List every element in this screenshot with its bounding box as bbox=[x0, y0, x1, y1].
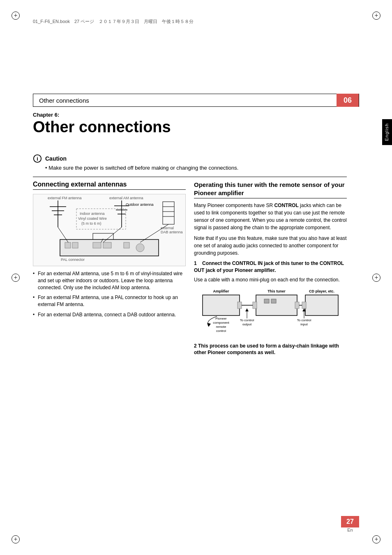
caution-header: i Caution bbox=[33, 154, 347, 163]
control-diagram: Amplifier This tuner CD player, etc. bbox=[194, 288, 347, 339]
svg-text:external AM antenna: external AM antenna bbox=[109, 196, 143, 200]
chapter-main-title: Other connections bbox=[33, 119, 347, 136]
svg-text:Pioneer: Pioneer bbox=[215, 317, 227, 320]
svg-text:This tuner: This tuner bbox=[267, 289, 286, 293]
two-column-layout: Connecting external antennas external FM… bbox=[33, 181, 347, 356]
svg-rect-26 bbox=[65, 242, 71, 248]
right-body-2: Note that if you use this feature, make … bbox=[194, 235, 347, 257]
caution-icon: i bbox=[33, 154, 42, 163]
divider-line bbox=[33, 177, 347, 177]
svg-text:output: output bbox=[242, 322, 252, 326]
antenna-diagram: external FM antenna external AM antenna … bbox=[33, 194, 186, 266]
page-number-box: 27 bbox=[341, 516, 359, 527]
svg-rect-28 bbox=[93, 242, 101, 248]
svg-text:Amplifier: Amplifier bbox=[213, 289, 229, 293]
svg-marker-59 bbox=[245, 309, 249, 311]
left-column: Connecting external antennas external FM… bbox=[33, 181, 186, 356]
svg-text:input: input bbox=[300, 322, 308, 326]
svg-rect-40 bbox=[203, 295, 240, 315]
reg-mark-mid-left bbox=[12, 274, 20, 282]
svg-text:To control: To control bbox=[240, 318, 254, 322]
svg-text:Outdoor antenna: Outdoor antenna bbox=[126, 203, 154, 207]
svg-text:component: component bbox=[213, 321, 229, 325]
step2-text: 2 This process can be used to form a dai… bbox=[194, 343, 347, 357]
left-section-title: Connecting external antennas bbox=[33, 181, 186, 190]
bullet-item-fm: For an external FM antenna, use a PAL co… bbox=[33, 294, 186, 308]
svg-text:Indoor antenna: Indoor antenna bbox=[80, 212, 105, 216]
page-suffix: En bbox=[341, 527, 359, 532]
caution-title: Caution bbox=[45, 155, 67, 162]
svg-rect-29 bbox=[103, 242, 111, 248]
svg-text:(5 m to 6 m): (5 m to 6 m) bbox=[81, 221, 101, 226]
svg-rect-13 bbox=[163, 202, 174, 224]
right-column: Operating this tuner with the remote sen… bbox=[194, 181, 347, 356]
step1-heading: 1 Connect the CONTROL IN jack of this tu… bbox=[194, 260, 347, 274]
chapter-header-title: Other connections bbox=[33, 97, 89, 104]
chapter-header-bar: Other connections 06 bbox=[33, 94, 359, 107]
reg-mark-top-left bbox=[12, 12, 20, 20]
bullet-item-dab: For an external DAB antenna, connect a D… bbox=[33, 311, 186, 318]
english-tab: English bbox=[382, 119, 392, 145]
svg-text:Vinyl coated Wire: Vinyl coated Wire bbox=[78, 216, 107, 221]
reg-mark-mid-right bbox=[372, 274, 380, 282]
svg-rect-45 bbox=[264, 299, 269, 303]
step1-body: Use a cable with a mono mini-plug on eac… bbox=[194, 276, 347, 283]
svg-text:CD player, etc.: CD player, etc. bbox=[309, 289, 334, 293]
svg-rect-47 bbox=[305, 295, 338, 315]
svg-text:To control: To control bbox=[297, 318, 311, 322]
print-meta: 01_F-F6_EN.book 27 ページ ２０１７年９月３日 月曜日 午後１… bbox=[33, 18, 359, 25]
svg-rect-41 bbox=[238, 302, 242, 309]
caution-box: i Caution Make sure the power is switche… bbox=[33, 154, 347, 171]
svg-rect-42 bbox=[256, 295, 297, 315]
reg-mark-top-right bbox=[372, 12, 380, 20]
svg-text:PAL connector: PAL connector bbox=[61, 258, 85, 262]
reg-mark-bottom-left bbox=[12, 535, 20, 543]
chapter-title-area: Chapter 6: Other connections bbox=[33, 112, 347, 136]
svg-text:remote: remote bbox=[216, 325, 226, 329]
svg-rect-46 bbox=[271, 299, 276, 303]
svg-rect-30 bbox=[124, 242, 129, 248]
svg-text:i: i bbox=[37, 156, 38, 162]
right-section-title: Operating this tuner with the remote sen… bbox=[194, 181, 347, 198]
chapter-label: Chapter 6: bbox=[33, 112, 347, 118]
svg-rect-27 bbox=[72, 242, 78, 248]
bullet-item-am: For an external AM antenna, use 5 m to 6… bbox=[33, 270, 186, 291]
svg-rect-48 bbox=[302, 302, 306, 309]
svg-text:control: control bbox=[216, 329, 226, 333]
page-number-area: 27 En bbox=[341, 516, 359, 532]
caution-text: Make sure the power is switched off befo… bbox=[45, 165, 347, 171]
svg-text:external FM antenna: external FM antenna bbox=[48, 196, 82, 200]
right-body-1: Many Pioneer components have SR CONTROL … bbox=[194, 202, 347, 231]
svg-text:DAB antenna: DAB antenna bbox=[161, 230, 183, 234]
antenna-bullet-list: For an external AM antenna, use 5 m to 6… bbox=[33, 270, 186, 318]
svg-rect-44 bbox=[295, 302, 299, 309]
svg-point-31 bbox=[136, 244, 144, 252]
chapter-number-box: 06 bbox=[337, 94, 359, 107]
svg-rect-43 bbox=[253, 302, 257, 309]
reg-mark-bottom-right bbox=[372, 535, 380, 543]
